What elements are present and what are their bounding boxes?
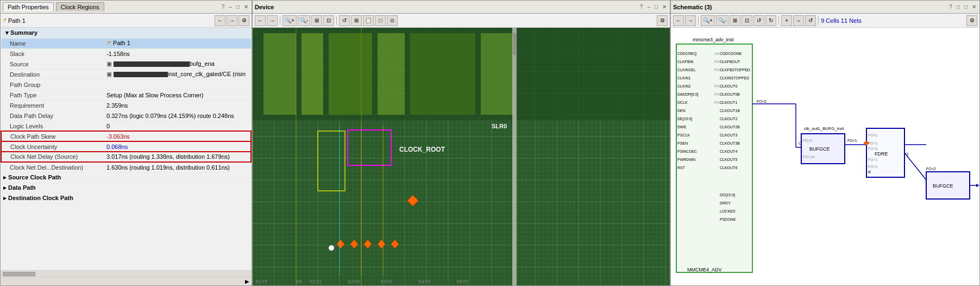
- port-clkout1b: CLKOUT1B: [720, 109, 740, 113]
- sch-rotate-btn[interactable]: ↺: [753, 15, 764, 26]
- clock-root-label: CLOCK_ROOT: [399, 146, 445, 153]
- table-row[interactable]: Logic Levels 0: [1, 121, 251, 131]
- table-row[interactable]: Destination ▣ inst_core_clk_gated/CE (ri…: [1, 69, 251, 79]
- sch-select-btn[interactable]: ⊡: [742, 15, 752, 26]
- fit-btn[interactable]: ⊞: [311, 15, 322, 26]
- sch-fwd-btn[interactable]: →: [685, 15, 696, 26]
- maximize-icon[interactable]: □: [235, 4, 241, 10]
- axis-x2y0: X2Y0: [348, 279, 360, 284]
- prop-label-clock-net-delay-dst: Clock Net Del...Destination): [1, 162, 104, 172]
- schematic-panel-header: Schematic (3) ? □ □ ✕: [671, 1, 979, 14]
- minimize-icon[interactable]: –: [228, 4, 233, 10]
- port-psclk: PSCLK: [677, 133, 690, 137]
- device-fwd-btn[interactable]: →: [267, 15, 278, 26]
- device-minimize-icon[interactable]: –: [646, 4, 651, 10]
- port-clkin2: CLKIN2: [677, 84, 691, 88]
- fdre-fo2: FO=2: [868, 147, 878, 151]
- prop-label-clock-net-delay-src: Clock Net Delay (Source): [1, 152, 104, 162]
- prop-value-path-type: Setup (Max at Slow Process Corner): [104, 90, 251, 100]
- view-btn[interactable]: □: [375, 15, 386, 26]
- properties-scroll[interactable]: ▾ Summary Name ↱ Path 1 Slack -1.158ns: [1, 28, 252, 270]
- port-di: DE[15:0]: [677, 117, 692, 121]
- prop-value-path-group: [104, 79, 251, 90]
- table-row[interactable]: Clock Uncertainty 0.068ns: [1, 141, 251, 152]
- prev-path-button[interactable]: ←: [215, 15, 225, 26]
- zoom-out-btn[interactable]: 🔍-: [298, 15, 310, 26]
- copy-btn[interactable]: 📋: [363, 15, 374, 26]
- device-canvas[interactable]: CLOCK_ROOT SLR0 X1Y5 X5 X1Y1 X2Y0 X3Y0 X…: [253, 28, 670, 285]
- source-clock-path-header[interactable]: ▸ Source Clock Path: [1, 172, 251, 183]
- scroll-thumb[interactable]: [3, 272, 35, 276]
- source-value: [114, 61, 190, 67]
- indicator-2: F0=1: [714, 60, 723, 64]
- grid-btn[interactable]: ⊞: [351, 15, 362, 26]
- schematic-help-icon[interactable]: ?: [948, 4, 953, 10]
- table-row[interactable]: Slack -1.158ns: [1, 48, 251, 59]
- next-path-button[interactable]: →: [227, 15, 237, 26]
- port-clkout4: CLKOUT4: [720, 150, 737, 153]
- sch-fit-btn[interactable]: ⊞: [730, 15, 740, 26]
- port-drdy: DRDY: [720, 201, 731, 205]
- device-maximize-icon[interactable]: □: [654, 4, 659, 10]
- zoom-in-btn[interactable]: 🔍+: [282, 15, 297, 26]
- source-clock-path-label[interactable]: ▸ Source Clock Path: [1, 172, 251, 183]
- table-row[interactable]: Requirement 2.359ns: [1, 100, 251, 110]
- device-back-btn[interactable]: ←: [255, 15, 266, 26]
- sch-settings-btn[interactable]: ⚙: [966, 15, 977, 26]
- tab-clock-regions[interactable]: Clock Regions: [56, 2, 104, 11]
- summary-label[interactable]: ▾ Summary: [1, 28, 251, 38]
- table-row[interactable]: Clock Net Del...Destination) 1.630ns (ro…: [1, 162, 251, 172]
- schematic-maximize-icon[interactable]: □: [963, 4, 969, 10]
- settings-button[interactable]: ⚙: [238, 15, 249, 26]
- sch-zoom-in-btn[interactable]: 🔍+: [701, 15, 715, 26]
- close-icon[interactable]: ✕: [243, 4, 249, 10]
- path-name-value: Path 1: [113, 40, 130, 46]
- sch-back-btn[interactable]: ←: [673, 15, 684, 26]
- schematic-close-icon[interactable]: ✕: [971, 4, 977, 10]
- device-close-icon[interactable]: ✕: [661, 4, 668, 10]
- indicator-4: F0=1: [714, 84, 723, 88]
- sch-zoom-out-btn[interactable]: 🔍-: [716, 15, 728, 26]
- axis-x4y0: X4Y0: [418, 279, 430, 284]
- bufgce2-fo2-label: FO=2: [926, 167, 936, 171]
- horizontal-scrollbar[interactable]: [1, 270, 252, 277]
- help-icon[interactable]: ?: [221, 4, 226, 10]
- data-path-label[interactable]: ▸ Data Path: [1, 183, 251, 193]
- summary-section-header[interactable]: ▾ Summary: [1, 28, 251, 38]
- tab-path-properties[interactable]: Path Properties: [3, 2, 54, 11]
- port-psen: PSEN: [677, 141, 688, 145]
- dest-icon: ▣: [106, 71, 112, 77]
- table-row[interactable]: Path Group: [1, 79, 251, 90]
- svg-rect-8: [378, 33, 405, 115]
- sch-reset-btn[interactable]: ↺: [805, 15, 816, 26]
- data-path-header[interactable]: ▸ Data Path: [1, 183, 251, 193]
- sch-remove-btn[interactable]: –: [793, 15, 804, 26]
- panel-header-left: Path Properties Clock Regions ? – □ ✕: [1, 1, 252, 14]
- device-panel: Device ? – □ ✕ ← → 🔍+ 🔍- ⊞ ⊡ ↺ ⊞ 📋 □ ⊙ ⚙: [252, 0, 670, 286]
- schematic-minimize-icon[interactable]: □: [956, 4, 961, 10]
- table-row[interactable]: Name ↱ Path 1: [1, 38, 251, 48]
- device-help-icon[interactable]: ?: [639, 4, 644, 10]
- dest-clock-path-label[interactable]: ▸ Destination Clock Path: [1, 193, 251, 203]
- table-row[interactable]: Source ▣ bufg_ena: [1, 59, 251, 69]
- rotate-btn[interactable]: ↺: [339, 15, 350, 26]
- dest-clock-path-header[interactable]: ▸ Destination Clock Path: [1, 193, 251, 203]
- prop-value-clock-uncertainty: 0.068ns: [104, 141, 251, 152]
- select-btn[interactable]: ⊡: [323, 15, 334, 26]
- route-btn[interactable]: ⊙: [387, 15, 398, 26]
- sch-refresh-btn[interactable]: ↻: [765, 15, 776, 26]
- port-dclk: DCLK: [677, 101, 688, 104]
- device-settings-btn[interactable]: ⚙: [657, 15, 668, 26]
- table-row[interactable]: Path Type Setup (Max at Slow Process Cor…: [1, 90, 251, 100]
- prop-value-clock-path-skew: -3.063ns: [104, 131, 251, 141]
- sch-add-btn[interactable]: +: [781, 15, 792, 26]
- device-svg: CLOCK_ROOT SLR0 X1Y5 X5 X1Y1 X2Y0 X3Y0 X…: [253, 28, 670, 285]
- table-row[interactable]: Clock Path Skew -3.063ns: [1, 131, 251, 141]
- prop-value-name: ↱ Path 1: [104, 38, 251, 48]
- schematic-canvas[interactable]: mmcme3_adv_inst CDDCREQ CLKFBIN CLKINSEL…: [671, 28, 979, 285]
- table-row[interactable]: Clock Net Delay (Source) 3.017ns (routin…: [1, 152, 251, 162]
- table-row[interactable]: Data Path Delay 0.327ns (logic 0.079ns (…: [1, 110, 251, 121]
- expand-icon[interactable]: ▶: [245, 278, 249, 284]
- path-toolbar: ↱ Path 1 ← → ⚙: [1, 14, 252, 28]
- port-clkin1: CLKIN1: [677, 76, 691, 80]
